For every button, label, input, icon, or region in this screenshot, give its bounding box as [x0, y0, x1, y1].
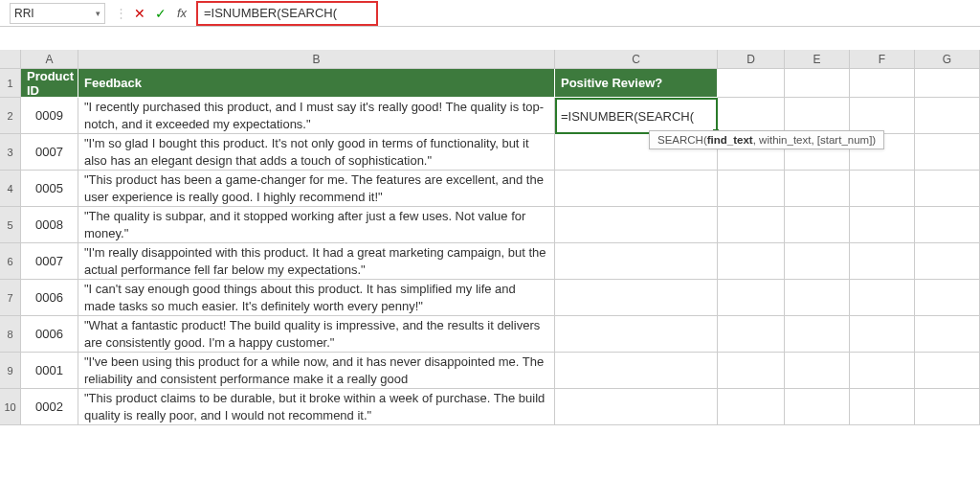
cell[interactable]: [850, 207, 915, 243]
cell[interactable]: [850, 69, 915, 98]
col-header-g[interactable]: G: [915, 50, 980, 69]
cell[interactable]: [718, 389, 785, 425]
cell[interactable]: [785, 389, 850, 425]
cell[interactable]: [915, 98, 980, 134]
formula-bar: RRI ▾ ⋮ ✕ ✓ fx =ISNUMBER(SEARCH(: [0, 0, 980, 27]
cell[interactable]: [915, 389, 980, 425]
row-header[interactable]: 6: [0, 243, 21, 280]
cell-product-id[interactable]: 0007: [21, 243, 78, 280]
cell[interactable]: [915, 353, 980, 389]
name-box[interactable]: RRI ▾: [10, 3, 105, 24]
col-header-d[interactable]: D: [718, 50, 785, 69]
cell-feedback[interactable]: "I've been using this product for a whil…: [78, 353, 555, 389]
fx-icon[interactable]: fx: [173, 5, 190, 22]
cell-product-id[interactable]: 0007: [21, 134, 78, 171]
cancel-icon[interactable]: ✕: [131, 5, 148, 22]
cell[interactable]: [555, 389, 718, 425]
col-header-a[interactable]: A: [21, 50, 78, 69]
cell[interactable]: [555, 207, 718, 243]
cell[interactable]: [850, 171, 915, 207]
col-header-f[interactable]: F: [850, 50, 915, 69]
cell-feedback[interactable]: "This product has been a game-changer fo…: [78, 171, 555, 207]
cell-feedback[interactable]: "I recently purchased this product, and …: [78, 98, 555, 134]
cell-feedback[interactable]: "This product claims to be durable, but …: [78, 389, 555, 425]
formula-input[interactable]: =ISNUMBER(SEARCH(: [196, 1, 378, 26]
cell[interactable]: [915, 134, 980, 171]
cell-feedback[interactable]: "What a fantastic product! The build qua…: [78, 316, 555, 353]
name-box-value: RRI: [14, 7, 34, 20]
spreadsheet: A B C D E F G 1 Product ID Feedback Posi…: [0, 50, 980, 425]
cell[interactable]: [785, 353, 850, 389]
cell[interactable]: [915, 171, 980, 207]
cell[interactable]: [850, 389, 915, 425]
cell[interactable]: [785, 207, 850, 243]
cell[interactable]: [555, 171, 718, 207]
cell[interactable]: [718, 316, 785, 353]
cell[interactable]: [785, 243, 850, 280]
row-header[interactable]: 5: [0, 207, 21, 243]
header-feedback[interactable]: Feedback: [78, 69, 555, 98]
grid: A B C D E F G 1 Product ID Feedback Posi…: [0, 50, 980, 425]
cell[interactable]: [915, 316, 980, 353]
cell[interactable]: [850, 353, 915, 389]
header-positive-review[interactable]: Positive Review?: [555, 69, 718, 98]
cell-product-id[interactable]: 0009: [21, 98, 78, 134]
cell[interactable]: [785, 280, 850, 316]
col-header-e[interactable]: E: [785, 50, 850, 69]
cell[interactable]: [915, 69, 980, 98]
row-header[interactable]: 7: [0, 280, 21, 316]
row-header[interactable]: 10: [0, 389, 21, 425]
cell-active[interactable]: =ISNUMBER(SEARCH(: [555, 98, 718, 134]
cell[interactable]: [850, 243, 915, 280]
header-product-id[interactable]: Product ID: [21, 69, 78, 98]
select-all-button[interactable]: [0, 50, 21, 69]
formula-text: =ISNUMBER(SEARCH(: [204, 6, 337, 20]
cell[interactable]: [555, 243, 718, 280]
cell[interactable]: [718, 69, 785, 98]
cell-product-id[interactable]: 0001: [21, 353, 78, 389]
cell-product-id[interactable]: 0006: [21, 316, 78, 353]
cell[interactable]: [718, 243, 785, 280]
tooltip-arg1: find_text: [707, 134, 753, 146]
cell-product-id[interactable]: 0006: [21, 280, 78, 316]
cell-feedback[interactable]: "I'm so glad I bought this product. It's…: [78, 134, 555, 171]
cell[interactable]: [718, 98, 785, 134]
cell-product-id[interactable]: 0002: [21, 389, 78, 425]
cell[interactable]: [555, 280, 718, 316]
col-header-c[interactable]: C: [555, 50, 718, 69]
cell[interactable]: [555, 316, 718, 353]
cell[interactable]: [915, 243, 980, 280]
row-header[interactable]: 1: [0, 69, 21, 98]
cell[interactable]: [718, 171, 785, 207]
cell[interactable]: [915, 207, 980, 243]
row-header[interactable]: 8: [0, 316, 21, 353]
cell[interactable]: [718, 280, 785, 316]
tooltip-rest: , within_text, [start_num]): [753, 134, 876, 146]
function-tooltip: SEARCH(find_text, within_text, [start_nu…: [649, 130, 884, 149]
cell[interactable]: [785, 98, 850, 134]
cell[interactable]: [850, 280, 915, 316]
cell[interactable]: [915, 280, 980, 316]
cell[interactable]: [785, 316, 850, 353]
row-header[interactable]: 9: [0, 353, 21, 389]
cell[interactable]: [850, 316, 915, 353]
row-header[interactable]: 3: [0, 134, 21, 171]
cell[interactable]: [850, 98, 915, 134]
col-header-b[interactable]: B: [78, 50, 555, 69]
cell[interactable]: [555, 353, 718, 389]
cell[interactable]: [718, 207, 785, 243]
tooltip-fn: SEARCH: [657, 134, 703, 146]
cell-feedback[interactable]: "I can't say enough good things about th…: [78, 280, 555, 316]
chevron-down-icon[interactable]: ▾: [96, 9, 100, 18]
cell-product-id[interactable]: 0008: [21, 207, 78, 243]
row-header[interactable]: 2: [0, 98, 21, 134]
cell-product-id[interactable]: 0005: [21, 171, 78, 207]
cell-feedback[interactable]: "I'm really disappointed with this produ…: [78, 243, 555, 280]
cell[interactable]: [785, 171, 850, 207]
cell[interactable]: [718, 353, 785, 389]
row-header[interactable]: 4: [0, 171, 21, 207]
enter-icon[interactable]: ✓: [152, 5, 169, 22]
active-cell-content: =ISNUMBER(SEARCH(: [561, 109, 694, 124]
cell[interactable]: [785, 69, 850, 98]
cell-feedback[interactable]: "The quality is subpar, and it stopped w…: [78, 207, 555, 243]
